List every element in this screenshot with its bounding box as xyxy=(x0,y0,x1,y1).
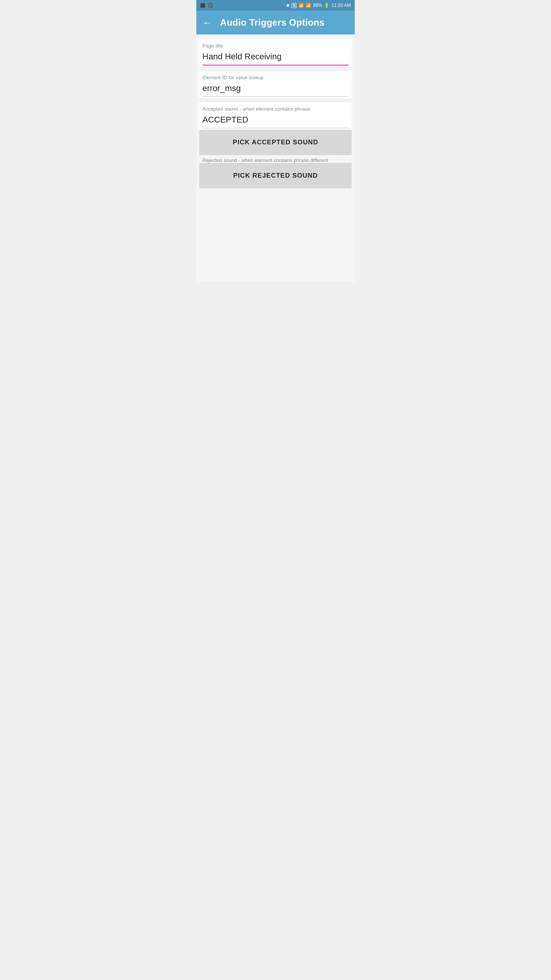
pick-accepted-sound-button[interactable]: PICK ACCEPTED SOUND xyxy=(199,130,352,155)
back-button[interactable]: ← xyxy=(202,18,212,28)
wifi-icon: 📶 xyxy=(298,3,304,8)
clock: 11:20 AM xyxy=(331,3,351,8)
app-bar-title: Audio Triggers Options xyxy=(220,17,324,28)
accepted-sound-input[interactable] xyxy=(202,113,349,128)
gap-2 xyxy=(199,98,352,102)
element-id-label: Element ID for value lookup xyxy=(202,74,349,81)
battery-icon: 🔋 xyxy=(324,3,329,8)
status-bar: ⬛ 🎧 ✱ N 📶 📶 88% 🔋 11:20 AM xyxy=(196,0,355,11)
element-id-input[interactable] xyxy=(202,82,349,97)
page-title-input[interactable] xyxy=(202,50,349,65)
status-icons-right: ✱ N 📶 📶 88% 🔋 11:20 AM xyxy=(286,3,351,8)
photo-icon: ⬛ xyxy=(200,3,205,8)
bluetooth-icon: ✱ xyxy=(286,3,290,8)
app-bar: ← Audio Triggers Options xyxy=(196,11,355,34)
page-title-field-group: Page title xyxy=(199,39,352,67)
rejected-sound-label: Rejected sound - when element contains p… xyxy=(199,155,352,163)
headset-icon: 🎧 xyxy=(208,3,213,8)
nfc-icon: N xyxy=(292,3,297,8)
gap-1 xyxy=(199,67,352,71)
pick-rejected-sound-button[interactable]: PICK REJECTED SOUND xyxy=(199,163,352,188)
page-title-label: Page title xyxy=(202,42,349,49)
signal-icon: 📶 xyxy=(306,3,311,8)
accepted-sound-section: Accepted sound - when element contains p… xyxy=(199,102,352,155)
accepted-sound-field-group: Accepted sound - when element contains p… xyxy=(199,102,352,130)
content-area: Page title Element ID for value lookup A… xyxy=(196,34,355,282)
accepted-sound-label: Accepted sound - when element contains p… xyxy=(202,105,349,113)
battery-percent: 88% xyxy=(313,3,322,8)
status-icons-left: ⬛ 🎧 xyxy=(200,3,213,8)
element-id-field-group: Element ID for value lookup xyxy=(199,71,352,98)
